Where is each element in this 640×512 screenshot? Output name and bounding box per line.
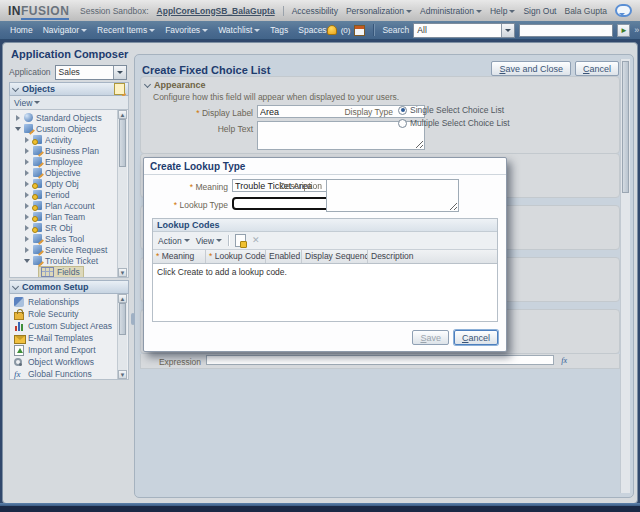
administration-menu[interactable]: Administration — [420, 6, 482, 16]
tree-item-opty-obj[interactable]: Opty Obj — [10, 178, 128, 189]
expand-icon[interactable] — [23, 214, 31, 220]
expand-icon[interactable] — [23, 247, 31, 253]
dialog-cancel-button[interactable]: Cancel — [454, 330, 498, 345]
tree-item-business-plan[interactable]: Business Plan — [10, 145, 128, 156]
expand-icon[interactable] — [23, 236, 31, 242]
scroll-thumb[interactable] — [119, 119, 126, 167]
radio-unselected-icon[interactable] — [398, 119, 407, 128]
panel-splitter[interactable] — [131, 313, 135, 325]
accessibility-link[interactable]: Accessibility — [292, 6, 338, 16]
session-sandbox-link[interactable]: ApplCoreLongSB_BalaGupta — [157, 6, 275, 16]
nav-navigator[interactable]: Navigator — [43, 25, 87, 35]
column-lookup-code[interactable]: Lookup Code — [206, 250, 266, 263]
personalization-menu[interactable]: Personalization — [346, 6, 412, 16]
tree-item-employee[interactable]: Employee — [10, 156, 128, 167]
collapse-icon[interactable] — [144, 80, 151, 87]
expand-icon[interactable] — [23, 148, 31, 154]
dropdown-button[interactable] — [113, 66, 126, 79]
tree-item-sr-obj[interactable]: SR Obj — [10, 222, 128, 233]
tree-item-period[interactable]: Period — [10, 189, 128, 200]
dialog-save-button[interactable]: Save — [412, 330, 449, 345]
help-menu[interactable]: Help — [490, 6, 515, 16]
radio-selected-icon[interactable] — [398, 106, 407, 115]
scroll-up-icon[interactable]: ▲ — [118, 110, 127, 119]
column-enabled[interactable]: Enabled — [266, 250, 302, 263]
expand-icon[interactable] — [23, 170, 31, 176]
tree-item-trouble-ticket[interactable]: Trouble Ticket — [10, 255, 128, 266]
search-go-button[interactable]: ► — [617, 24, 630, 37]
common-item-global-functions[interactable]: fxGlobal Functions — [10, 368, 128, 380]
tree-item-plan-account[interactable]: Plan Account — [10, 200, 128, 211]
search-input[interactable] — [519, 24, 613, 37]
column-display-sequence[interactable]: Display Sequence — [302, 250, 368, 263]
cancel-button[interactable]: Cancel — [575, 61, 619, 76]
nav-home[interactable]: Home — [10, 25, 33, 35]
nav-recent-items[interactable]: Recent Items — [97, 25, 155, 35]
view-menu[interactable]: View — [14, 98, 40, 108]
tree-item-fields[interactable]: Fields — [10, 266, 128, 277]
common-item-email-templates[interactable]: E-Mail Templates — [10, 332, 128, 344]
common-item-import-and-export[interactable]: Import and Export — [10, 344, 128, 356]
create-icon[interactable] — [235, 234, 246, 247]
save-and-close-button[interactable]: Save and Close — [491, 61, 571, 76]
notifications-bell-icon[interactable] — [327, 25, 337, 35]
delete-icon[interactable]: ✕ — [252, 235, 260, 246]
nav-spaces[interactable]: Spaces — [298, 25, 326, 35]
tree-item-custom-objects[interactable]: Custom Objects — [10, 123, 128, 134]
column-meaning[interactable]: Meaning — [153, 250, 206, 263]
expand-icon[interactable] — [23, 203, 31, 209]
radio-multiple-select[interactable]: Multiple Select Choice List — [398, 118, 510, 128]
common-item-role-security[interactable]: Role Security — [10, 308, 128, 320]
advanced-search-icon[interactable]: » — [634, 25, 639, 35]
scroll-thumb[interactable] — [119, 303, 126, 335]
expression-input[interactable] — [206, 355, 554, 365]
tree-item-activity[interactable]: Activity — [10, 134, 128, 145]
scroll-down-icon[interactable]: ▼ — [118, 268, 127, 277]
collapse-icon[interactable] — [14, 127, 22, 131]
calendar-icon[interactable] — [354, 25, 365, 36]
common-setup-accordion-header[interactable]: Common Setup — [9, 280, 129, 294]
nav-favorites[interactable]: Favorites — [165, 25, 208, 35]
radio-single-select[interactable]: Single Select Choice List — [398, 105, 504, 115]
column-description[interactable]: Description — [368, 250, 497, 263]
nav-watchlist[interactable]: Watchlist — [218, 25, 260, 35]
application-select[interactable]: Sales — [55, 65, 127, 80]
action-menu[interactable]: Action — [158, 236, 190, 246]
fx-icon[interactable]: fx — [561, 356, 567, 366]
collapse-icon[interactable] — [23, 259, 31, 263]
common-item-relationships[interactable]: Relationships — [10, 296, 128, 308]
common-item-object-workflows[interactable]: Object Workflows — [10, 356, 128, 368]
description-input[interactable] — [326, 179, 459, 212]
sign-out-link[interactable]: Sign Out — [523, 6, 556, 16]
main-scrollbar[interactable] — [620, 59, 630, 493]
dropdown-button[interactable] — [501, 24, 514, 37]
tree-item-sales-tool[interactable]: Sales Tool — [10, 233, 128, 244]
view-menu[interactable]: View — [196, 236, 222, 246]
common-scrollbar[interactable]: ▲ ▼ — [117, 294, 127, 379]
dialog-actions: Save Cancel — [412, 330, 498, 345]
tree-item-objective[interactable]: Objective — [10, 167, 128, 178]
expand-icon[interactable] — [23, 137, 31, 143]
collapse-icon[interactable] — [12, 282, 19, 289]
chat-icon[interactable] — [615, 4, 632, 17]
expand-icon[interactable] — [23, 225, 31, 231]
nav-tags[interactable]: Tags — [270, 25, 288, 35]
appearance-header[interactable]: Appearance — [141, 77, 619, 90]
scroll-down-icon[interactable]: ▼ — [118, 370, 127, 379]
expand-icon[interactable] — [23, 159, 31, 165]
search-scope-select[interactable]: All — [413, 23, 515, 38]
expand-icon[interactable] — [14, 115, 22, 121]
caret-down-icon — [216, 239, 222, 242]
expand-icon[interactable] — [23, 181, 31, 187]
tree-item-service-request[interactable]: Service Request — [10, 244, 128, 255]
tree-item-plan-team[interactable]: Plan Team — [10, 211, 128, 222]
objects-accordion-header[interactable]: Objects — [9, 82, 129, 96]
scroll-up-icon[interactable]: ▲ — [118, 294, 127, 303]
common-item-custom-subject-areas[interactable]: Custom Subject Areas — [10, 320, 128, 332]
scroll-thumb[interactable] — [622, 61, 629, 193]
collapse-icon[interactable] — [12, 84, 19, 91]
tree-scrollbar[interactable]: ▲ ▼ — [117, 110, 127, 277]
new-object-icon[interactable] — [114, 83, 125, 95]
tree-item-standard-objects[interactable]: Standard Objects — [10, 112, 128, 123]
expand-icon[interactable] — [23, 192, 31, 198]
